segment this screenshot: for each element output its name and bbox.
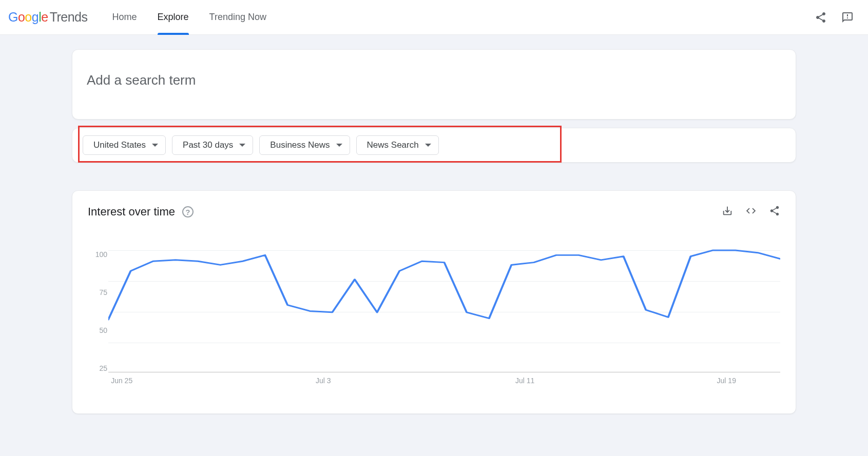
app-header: Google Trends Home Explore Trending Now: [0, 0, 868, 35]
share-chart-icon[interactable]: [769, 205, 780, 219]
chart-title: Interest over time: [88, 205, 175, 219]
y-axis: 100755025: [88, 239, 107, 372]
search-term-card[interactable]: Add a search term: [72, 49, 796, 120]
filter-time[interactable]: Past 30 days: [172, 135, 253, 155]
filter-category-label: Business News: [270, 140, 330, 150]
share-icon[interactable]: [815, 11, 827, 24]
embed-icon[interactable]: [745, 205, 757, 219]
x-axis: Jun 25Jul 3Jul 11Jul 19: [108, 376, 780, 391]
chevron-down-icon: [152, 144, 158, 147]
download-icon[interactable]: [722, 205, 733, 219]
chevron-down-icon: [336, 144, 342, 147]
search-placeholder: Add a search term: [87, 72, 781, 88]
filter-region[interactable]: United States: [83, 135, 166, 155]
header-actions: [815, 11, 854, 24]
filter-region-label: United States: [93, 140, 146, 150]
help-icon[interactable]: ?: [182, 206, 194, 217]
filter-time-label: Past 30 days: [183, 140, 233, 150]
feedback-icon[interactable]: [841, 11, 854, 24]
chart-plot-area: 100755025 Jun 25Jul 3Jul 11Jul 19: [88, 239, 780, 393]
main-nav: Home Explore Trending Now: [112, 0, 266, 34]
filter-category[interactable]: Business News: [259, 135, 350, 155]
line-chart-svg: [108, 239, 780, 372]
filter-search-type[interactable]: News Search: [356, 135, 439, 155]
chevron-down-icon: [239, 144, 245, 147]
interest-over-time-card: Interest over time ? 100755025: [72, 190, 796, 414]
nav-explore[interactable]: Explore: [158, 0, 189, 34]
filter-search-type-label: News Search: [367, 140, 419, 150]
chart-plot: [108, 239, 780, 372]
nav-trending-now[interactable]: Trending Now: [209, 0, 266, 34]
chevron-down-icon: [425, 144, 431, 147]
nav-home[interactable]: Home: [112, 0, 137, 34]
logo-google-trends[interactable]: Google Trends: [8, 10, 88, 25]
filters-card: United States Past 30 days Business News…: [72, 128, 796, 163]
